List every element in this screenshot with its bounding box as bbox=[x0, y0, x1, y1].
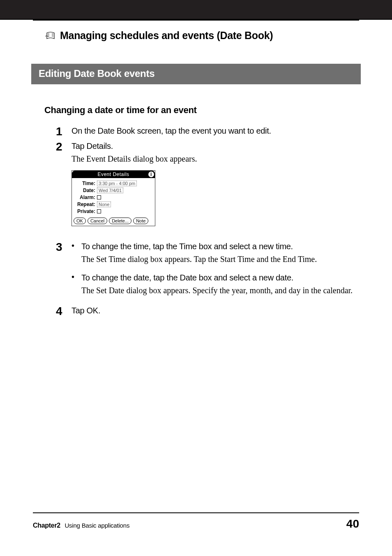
note-button[interactable]: Note bbox=[133, 218, 148, 224]
date-label: Date: bbox=[74, 188, 97, 193]
step-4: 4 Tap OK. bbox=[56, 305, 359, 317]
step-2: 2 Tap Details. The Event Details dialog … bbox=[56, 141, 359, 238]
page-number: 40 bbox=[346, 517, 359, 531]
private-checkbox[interactable] bbox=[97, 209, 101, 213]
top-header-bar bbox=[0, 0, 392, 20]
cancel-button[interactable]: Cancel bbox=[88, 218, 107, 224]
dialog-title: Event Details bbox=[97, 171, 129, 177]
dialog-titlebar: Event Details i bbox=[72, 171, 155, 178]
bullet-note: The Set Date dialog box appears. Specify… bbox=[81, 285, 359, 296]
info-icon[interactable]: i bbox=[148, 171, 154, 177]
footer-chapter-name: Using Basic applications bbox=[65, 522, 129, 529]
step-text: Tap Details. bbox=[71, 141, 359, 152]
step-number: 2 bbox=[56, 141, 71, 153]
bullet-icon: • bbox=[71, 272, 81, 296]
bullet-text: To change the time, tap the Time box and… bbox=[81, 241, 359, 252]
step-number: 3 bbox=[56, 241, 71, 253]
step-text: Tap OK. bbox=[71, 305, 359, 316]
date-book-icon bbox=[45, 30, 56, 41]
alarm-checkbox[interactable] bbox=[97, 195, 101, 199]
ok-button[interactable]: OK bbox=[74, 218, 86, 224]
step-3: 3 • To change the time, tap the Time box… bbox=[56, 241, 359, 302]
section-title-bar: Editing Date Book events bbox=[31, 64, 361, 84]
step-number: 4 bbox=[56, 305, 71, 317]
chapter-title: Managing schedules and events (Date Book… bbox=[60, 30, 273, 42]
time-field[interactable]: 3:30 pm - 4:00 pm bbox=[97, 181, 137, 186]
bullet-icon: • bbox=[71, 241, 81, 265]
subsection-heading: Changing a date or time for an event bbox=[44, 105, 359, 116]
repeat-field[interactable]: None bbox=[97, 202, 111, 207]
page-footer: Chapter2 Using Basic applications 40 bbox=[33, 512, 359, 531]
repeat-label: Repeat: bbox=[74, 202, 97, 207]
chapter-heading: Managing schedules and events (Date Book… bbox=[33, 30, 359, 42]
bullet-note: The Set Time dialog box appears. Tap the… bbox=[81, 254, 359, 265]
delete-button[interactable]: Delete... bbox=[109, 218, 131, 224]
bullet-text: To change the date, tap the Date box and… bbox=[81, 272, 359, 283]
event-details-dialog: Event Details i Time: 3:30 pm - 4:00 pm … bbox=[71, 170, 155, 226]
step-number: 1 bbox=[56, 125, 71, 137]
step-text: On the Date Book screen, tap the event y… bbox=[71, 125, 359, 137]
step-note: The Event Details dialog box appears. bbox=[71, 153, 359, 164]
footer-chapter-number: Chapter2 bbox=[33, 522, 60, 529]
alarm-label: Alarm: bbox=[74, 195, 97, 200]
step-1: 1 On the Date Book screen, tap the event… bbox=[56, 125, 359, 137]
footer-rule bbox=[33, 512, 359, 513]
private-label: Private: bbox=[74, 208, 97, 214]
time-label: Time: bbox=[74, 181, 97, 186]
date-field[interactable]: Wed 7/4/01 bbox=[97, 188, 123, 193]
